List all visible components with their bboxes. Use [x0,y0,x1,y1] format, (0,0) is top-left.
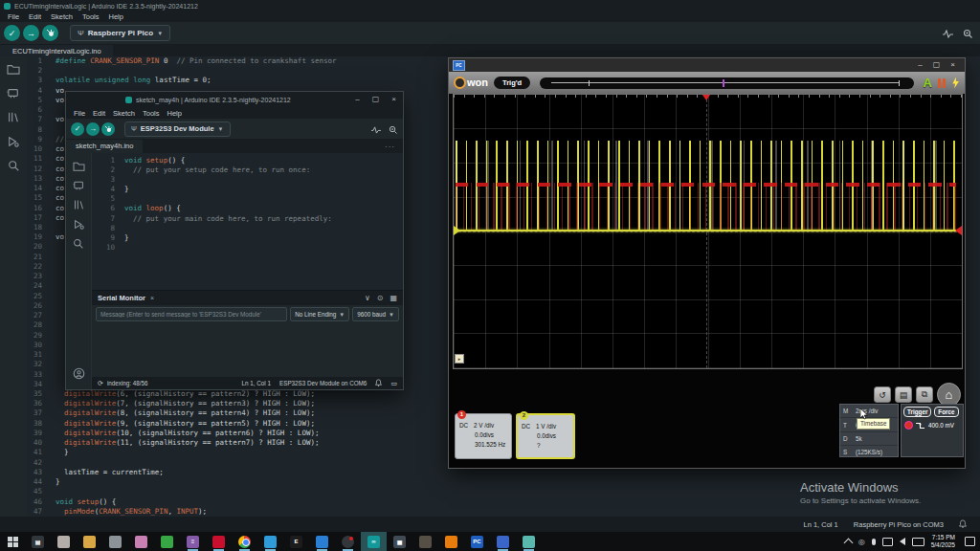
trigger-button[interactable]: Trigger [903,407,931,417]
search-icon[interactable] [73,238,84,250]
horizontal-position-bar[interactable] [540,77,913,89]
zoom-reset-icon[interactable]: ↺ [874,386,891,403]
main-menu-item-2[interactable]: Sketch [46,12,78,21]
trigger-position-marker[interactable] [702,95,710,100]
auto-button[interactable]: A [924,76,932,90]
inner-menu-item-1[interactable]: Edit [89,109,109,118]
board-selector[interactable]: Ψ Raspberry Pi Pico ▼ [70,25,170,41]
main-menu-item-0[interactable]: File [3,12,24,21]
save-icon[interactable]: ▤ [895,386,912,403]
maximize-button[interactable]: ▢ [367,92,385,107]
taskbar-clock[interactable]: 7:15 PM 5/4/2025 [931,534,955,550]
main-menu-item-3[interactable]: Tools [78,12,104,21]
microphone-icon[interactable] [872,539,876,545]
taskbar-winrar-icon[interactable]: ≡ [180,532,206,551]
notifications-bell-icon[interactable] [959,519,967,530]
line-ending-select[interactable]: No Line Ending ▼ [290,307,349,321]
panel-settings-icon[interactable]: ▦ [390,294,397,302]
tab-sketch-may4h[interactable]: sketch_may4h.ino [66,140,143,153]
start-button[interactable] [0,532,25,551]
timestamp-toggle-icon[interactable]: ⊙ [377,294,384,302]
debug-view-icon[interactable] [371,121,381,138]
inner-menu-item-0[interactable]: File [70,109,89,118]
debug-button[interactable] [42,25,58,41]
trigger-level-marker[interactable] [955,226,962,235]
taskbar-app-blue-swirl-icon[interactable] [257,532,283,551]
run-stop-pause-icon[interactable] [938,78,946,88]
taskbar-blender-icon[interactable] [438,532,464,551]
taskbar-file-explorer-icon[interactable] [77,532,102,551]
channel2-ground-marker[interactable] [454,226,460,235]
taskbar-calculator-icon[interactable]: ▦ [387,532,412,551]
speaker-icon[interactable] [900,538,905,545]
board-icon[interactable]: ▭ [390,380,397,387]
channel1-info-box[interactable]: 1 DC 2 V /div 0.0divs 301.525 Hz [455,413,512,459]
tab-overflow-icon[interactable]: ··· [385,143,395,151]
boards-manager-icon[interactable] [73,180,85,190]
taskbar-photos-icon[interactable] [309,532,335,551]
serial-monitor-icon[interactable] [389,121,397,138]
minimize-button[interactable]: – [348,92,367,107]
action-center-icon[interactable] [965,537,975,546]
notifications-bell-icon[interactable] [375,379,382,387]
library-manager-icon[interactable] [7,111,20,123]
baud-rate-select[interactable]: 9600 baud ▼ [352,307,399,321]
main-menu-item-1[interactable]: Edit [24,12,46,21]
taskbar-app-green-orb-icon[interactable] [154,532,180,551]
inner-menu-item-3[interactable]: Tools [139,109,164,118]
channel1-ground-marker[interactable]: ▸ [455,354,464,364]
taskbar-app-red-icon[interactable] [206,532,232,551]
upload-button[interactable]: → [86,122,100,136]
lightning-bolt-icon[interactable] [951,77,960,89]
tray-status-icon[interactable]: ◎ [858,538,865,546]
board-selector[interactable]: Ψ ESP32S3 Dev Module ▼ [124,121,231,137]
taskbar-task-view-icon[interactable]: ▤ [25,532,51,551]
upload-button[interactable]: → [23,25,39,41]
serial-monitor-close-icon[interactable]: × [150,295,154,301]
force-button[interactable]: Force [934,407,958,417]
debug-view-icon[interactable] [943,25,953,42]
serial-monitor-output[interactable] [92,323,403,377]
taskbar-arduino-ide-icon[interactable]: ∞ [361,532,387,551]
verify-button[interactable]: ✓ [71,122,84,136]
taskbar-obs-icon[interactable] [335,532,361,551]
taskbar-app-game-icon[interactable] [102,532,128,551]
taskbar-app-brain-icon[interactable] [128,532,154,551]
taskbar-app-hands-icon[interactable] [51,532,77,551]
code-line-10: 10 [92,243,403,253]
taskbar-epic-games-icon[interactable]: E [283,532,309,551]
taskbar-app-car-icon[interactable] [490,532,516,551]
debug-button[interactable] [101,122,115,136]
account-avatar-icon[interactable] [73,367,85,380]
debug-panel-icon[interactable] [73,219,85,230]
collapse-panel-icon[interactable]: ∨ [365,294,370,302]
library-manager-icon[interactable] [73,199,85,210]
minimize-button[interactable]: – [912,58,928,72]
position-marker[interactable] [723,79,724,87]
serial-monitor-icon[interactable] [963,25,972,42]
close-button[interactable]: × [945,58,961,72]
touch-keyboard-icon[interactable] [912,538,924,546]
verify-button[interactable]: ✓ [4,25,20,41]
display-icon[interactable] [882,538,893,546]
tray-expand-chevron-icon[interactable] [843,539,853,548]
taskbar-app-prism-icon[interactable] [516,532,542,551]
maximize-button[interactable]: ▢ [928,58,945,72]
boards-manager-icon[interactable] [7,87,20,99]
capture-window-icon[interactable]: ⧉ [916,386,933,403]
taskbar-chrome-icon[interactable] [232,532,257,551]
channel2-info-box[interactable]: 2 DC 1 V /div 0.0divs ? [516,413,575,459]
sketchbook-folder-icon[interactable] [73,161,85,171]
debug-panel-icon[interactable] [7,136,20,147]
close-button[interactable]: × [385,92,403,107]
inner-menu-item-2[interactable]: Sketch [109,109,139,118]
serial-message-input[interactable] [96,307,287,321]
inner-menu-item-4[interactable]: Help [163,109,185,118]
sketchbook-folder-icon[interactable] [7,63,20,75]
inner-code-editor[interactable]: 1void setup() {2 // put your setup code … [92,153,403,290]
taskbar-pc-app-icon[interactable]: PC [464,532,490,551]
taskbar-gimp-icon[interactable] [412,532,438,551]
main-menu-item-4[interactable]: Help [103,12,127,21]
search-icon[interactable] [8,160,20,172]
acquisition-panel[interactable]: M2ms /div T0. D5k S(125KS/s) [839,404,899,457]
